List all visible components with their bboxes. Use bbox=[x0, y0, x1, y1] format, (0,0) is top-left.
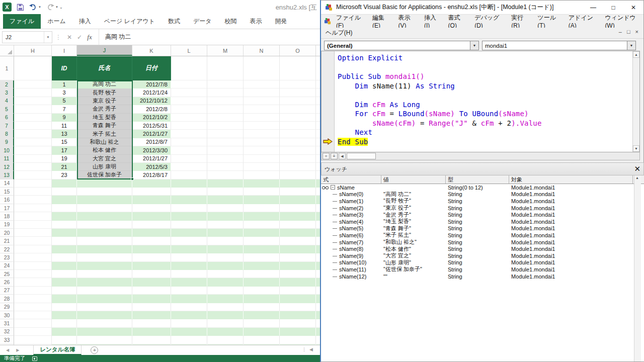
grid-cell[interactable]: 21 bbox=[52, 163, 77, 171]
grid-cell[interactable] bbox=[77, 229, 132, 237]
row-header[interactable]: 30 bbox=[0, 311, 14, 319]
watch-row[interactable]: sName(2)"東京 役子"StringModule1.mondai1 bbox=[321, 205, 633, 212]
grid-cell[interactable] bbox=[14, 278, 52, 286]
grid-cell[interactable]: 15 bbox=[52, 138, 77, 146]
row-header[interactable]: 15 bbox=[0, 188, 14, 196]
grid-cell[interactable]: 2012/3/30 bbox=[132, 146, 171, 154]
grid-cell[interactable] bbox=[280, 155, 316, 163]
object-dropdown-icon[interactable]: ▼ bbox=[470, 41, 478, 50]
row-header[interactable]: 6 bbox=[0, 114, 14, 122]
scroll-up-icon[interactable]: ▲ bbox=[633, 51, 639, 58]
row-header[interactable]: 28 bbox=[0, 295, 14, 303]
grid-cell[interactable] bbox=[244, 138, 280, 146]
grid-cell[interactable] bbox=[52, 287, 77, 295]
grid-cell[interactable] bbox=[280, 56, 316, 80]
grid-cell[interactable] bbox=[207, 130, 244, 138]
grid-cell[interactable] bbox=[244, 229, 280, 237]
mdi-restore-icon[interactable]: □ bbox=[627, 29, 630, 35]
grid-cell[interactable]: 高岡 功二 bbox=[77, 80, 132, 88]
grid-cell[interactable] bbox=[207, 196, 244, 204]
sheet-nav-left-icon[interactable]: ◀ bbox=[6, 348, 9, 352]
grid-cell[interactable] bbox=[244, 212, 280, 220]
row-header[interactable]: 26 bbox=[0, 278, 14, 286]
grid-cell[interactable] bbox=[171, 253, 207, 261]
grid-cell[interactable] bbox=[280, 163, 316, 171]
grid-cell[interactable] bbox=[132, 229, 171, 237]
grid-cell[interactable] bbox=[14, 287, 52, 295]
column-header[interactable]: K bbox=[132, 45, 171, 56]
grid-cell[interactable] bbox=[52, 221, 77, 229]
watch-row[interactable]: sName(3)"金沢 秀子"StringModule1.mondai1 bbox=[321, 211, 633, 218]
mdi-close-icon[interactable]: × bbox=[635, 29, 638, 35]
grid-cell[interactable] bbox=[171, 146, 207, 154]
watch-column-header[interactable]: 対象 bbox=[509, 175, 633, 184]
watch-row[interactable]: sName(10)"山形 康明"StringModule1.mondai1 bbox=[321, 259, 633, 266]
grid-cell[interactable] bbox=[280, 122, 316, 130]
grid-cell[interactable] bbox=[280, 80, 316, 88]
grid-cell[interactable]: 17 bbox=[52, 146, 77, 154]
grid-cell[interactable] bbox=[14, 295, 52, 303]
row-header[interactable]: 25 bbox=[0, 270, 14, 278]
grid-cell[interactable] bbox=[14, 114, 52, 122]
grid-cell[interactable] bbox=[280, 105, 316, 113]
procedure-dropdown[interactable]: mondai1 ▼ bbox=[482, 41, 636, 50]
ribbon-tab-file[interactable]: ファイル bbox=[3, 14, 41, 29]
grid-cell[interactable] bbox=[14, 336, 52, 344]
grid-cell[interactable] bbox=[14, 155, 52, 163]
scroll-down-icon[interactable]: ▼ bbox=[633, 145, 639, 152]
grid-cell[interactable] bbox=[207, 221, 244, 229]
grid-cell[interactable] bbox=[52, 311, 77, 319]
grid-cell[interactable] bbox=[280, 278, 316, 286]
grid-cell[interactable] bbox=[207, 212, 244, 220]
grid-cell[interactable] bbox=[52, 245, 77, 253]
grid-cell[interactable] bbox=[14, 80, 52, 88]
grid-cell[interactable] bbox=[52, 196, 77, 204]
ribbon-tab-3[interactable]: ページ レイアウト bbox=[98, 14, 162, 29]
grid-cell[interactable] bbox=[207, 122, 244, 130]
grid-cell[interactable] bbox=[244, 114, 280, 122]
ribbon-tab-4[interactable]: 数式 bbox=[162, 14, 187, 29]
name-box-dropdown-icon[interactable]: ▼ bbox=[44, 32, 52, 43]
grid-cell[interactable] bbox=[52, 278, 77, 286]
grid-cell[interactable] bbox=[77, 212, 132, 220]
grid-cell[interactable] bbox=[244, 122, 280, 130]
grid-cell[interactable] bbox=[244, 270, 280, 278]
column-header[interactable]: M bbox=[207, 45, 244, 56]
grid-cell[interactable] bbox=[244, 204, 280, 212]
grid-cell[interactable]: 5 bbox=[52, 97, 77, 105]
grid-cell[interactable] bbox=[132, 311, 171, 319]
sheet-nav-right-icon[interactable]: ▶ bbox=[16, 348, 19, 352]
row-header[interactable]: 8 bbox=[0, 130, 14, 138]
grid-cell[interactable] bbox=[280, 138, 316, 146]
grid-cell[interactable] bbox=[171, 130, 207, 138]
grid-cell[interactable] bbox=[14, 328, 52, 336]
grid-cell[interactable] bbox=[280, 328, 316, 336]
grid-cell[interactable] bbox=[14, 245, 52, 253]
grid-cell[interactable] bbox=[132, 278, 171, 286]
grid-cell[interactable] bbox=[171, 237, 207, 245]
column-header[interactable]: N bbox=[244, 45, 280, 56]
grid-cell[interactable] bbox=[77, 188, 132, 196]
grid-cell[interactable] bbox=[207, 253, 244, 261]
grid-cell[interactable] bbox=[52, 295, 77, 303]
grid-cell[interactable] bbox=[244, 97, 280, 105]
grid-cell[interactable]: 佐世保 加奈子 bbox=[77, 171, 132, 179]
grid-cell[interactable] bbox=[207, 80, 244, 88]
grid-cell[interactable] bbox=[14, 56, 52, 80]
menu-item[interactable]: ファイル(F) bbox=[332, 14, 368, 29]
grid-cell[interactable] bbox=[280, 88, 316, 97]
grid-cell[interactable] bbox=[77, 287, 132, 295]
grid-cell[interactable] bbox=[280, 270, 316, 278]
row-header[interactable]: 19 bbox=[0, 221, 14, 229]
ribbon-tab-6[interactable]: 校閲 bbox=[218, 14, 244, 29]
grid-cell[interactable] bbox=[132, 336, 171, 344]
row-header[interactable]: 17 bbox=[0, 204, 14, 212]
grid-cell[interactable] bbox=[207, 138, 244, 146]
grid-cell[interactable]: 青森 舞子 bbox=[77, 122, 132, 130]
grid-cell[interactable] bbox=[171, 245, 207, 253]
menu-item[interactable]: アドイン(A) bbox=[564, 14, 601, 29]
grid-cell[interactable] bbox=[280, 146, 316, 154]
grid-cell[interactable]: 山形 康明 bbox=[77, 163, 132, 171]
grid-cell[interactable]: 3 bbox=[52, 88, 77, 97]
row-header[interactable]: 20 bbox=[0, 229, 14, 237]
